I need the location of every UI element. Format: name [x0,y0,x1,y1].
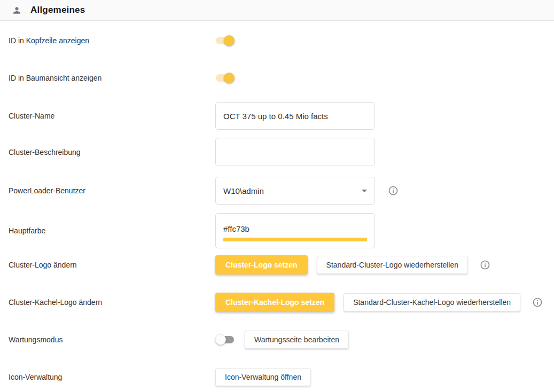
hauptfarbe-field [215,213,375,248]
wartungsmodus-toggle[interactable] [215,334,235,345]
toggle-thumb [224,73,235,83]
id-kopfzeile-label: ID in Kopfzeile anzeigen [9,36,89,45]
cluster-logo-setzen-button[interactable]: Cluster-Logo setzen [215,255,308,275]
wartungsseite-bearbeiten-button[interactable]: Wartungsseite bearbeiten [245,331,349,349]
cluster-beschreibung-input[interactable] [223,147,367,156]
standard-cluster-logo-button[interactable]: Standard-Cluster-Logo wiederherstellen [317,256,468,274]
wartungsmodus-label: Wartungsmodus [9,335,63,344]
cluster-name-label: Cluster-Name [9,112,54,120]
hauptfarbe-input[interactable] [223,224,367,233]
row-cluster-name: Cluster-Name [0,102,554,130]
id-baumansicht-label: ID in Baumansicht anzeigen [9,74,102,82]
row-cluster-kachel-logo: Cluster-Kachel-Logo ändern Cluster-Kache… [0,293,554,312]
cluster-name-input[interactable] [223,112,367,121]
id-baumansicht-toggle[interactable] [215,73,235,83]
row-powerloader-benutzer: PowerLoader-Benutzer W10\admin [0,177,554,205]
standard-cluster-kachel-logo-button[interactable]: Standard-Cluster-Kachel-Logo wiederherst… [344,293,520,311]
color-preview-bar [223,238,367,241]
section-header: Allgemeines [0,0,554,21]
cluster-kachel-logo-info-icon[interactable] [532,297,543,308]
icon-verwaltung-label: Icon-Verwaltung [9,373,62,381]
page-title: Allgemeines [30,5,85,15]
cluster-beschreibung-field [215,138,375,166]
row-cluster-logo: Cluster-Logo ändern Cluster-Logo setzen … [0,255,554,275]
cluster-beschreibung-label: Cluster-Beschreibung [9,148,81,156]
powerloader-benutzer-value: W10\admin [223,186,264,195]
toggle-thumb [215,334,226,345]
settings-page: Allgemeines ID in Kopfzeile anzeigen ID … [0,0,554,392]
cluster-name-field [215,102,375,130]
powerloader-benutzer-label: PowerLoader-Benutzer [9,186,85,195]
row-id-kopfzeile: ID in Kopfzeile anzeigen [0,30,554,51]
powerloader-info-icon[interactable] [388,185,399,196]
row-hauptfarbe: Hauptfarbe [0,213,554,248]
row-id-baumansicht: ID in Baumansicht anzeigen [0,67,554,89]
id-kopfzeile-toggle[interactable] [215,35,235,46]
row-cluster-beschreibung: Cluster-Beschreibung [0,138,554,166]
cluster-kachel-logo-setzen-button[interactable]: Cluster-Kachel-Logo setzen [215,293,334,312]
powerloader-benutzer-select[interactable]: W10\admin [215,177,375,205]
person-icon [12,5,22,15]
row-icon-verwaltung: Icon-Verwaltung Icon-Verwaltung öffnen [0,368,554,386]
cluster-logo-info-icon[interactable] [480,260,490,270]
hauptfarbe-label: Hauptfarbe [9,226,45,235]
toggle-thumb [224,35,235,46]
row-wartungsmodus: Wartungsmodus Wartungsseite bearbeiten [0,330,554,349]
dropdown-caret-icon [362,190,367,192]
cluster-logo-label: Cluster-Logo ändern [9,261,77,269]
icon-verwaltung-oeffnen-button[interactable]: Icon-Verwaltung öffnen [215,368,311,386]
cluster-kachel-logo-label: Cluster-Kachel-Logo ändern [9,298,102,307]
